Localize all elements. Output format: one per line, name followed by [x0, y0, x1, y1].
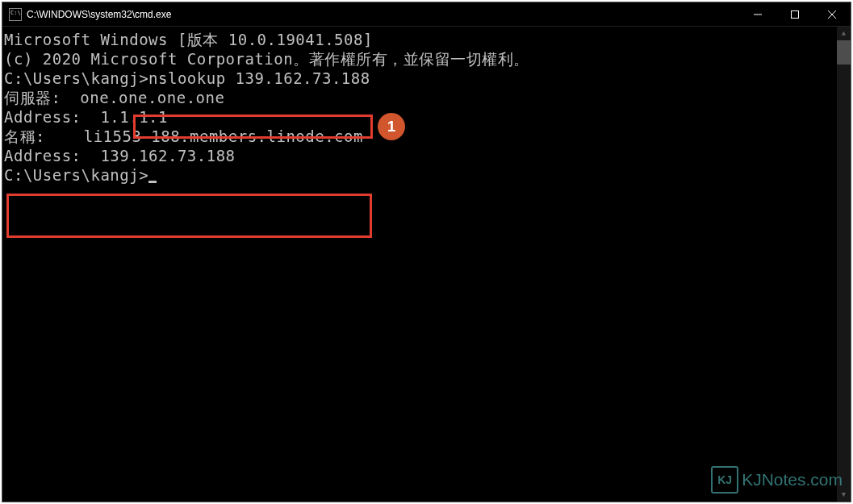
scrollbar-thumb[interactable]	[837, 40, 851, 65]
cmd-window: C:\WINDOWS\system32\cmd.exe Microsoft Wi…	[2, 2, 851, 502]
output-line: 伺服器: one.one.one.one	[4, 88, 835, 107]
output-line: (c) 2020 Microsoft Corporation。著作權所有，並保留…	[4, 49, 835, 69]
window-controls	[739, 2, 851, 26]
minimize-button[interactable]	[739, 2, 776, 26]
window-title: C:\WINDOWS\system32\cmd.exe	[27, 9, 739, 20]
watermark-text: KJNotes.com	[742, 470, 843, 489]
output-line: 名稱: li1553-188.members.linode.com	[4, 127, 835, 146]
cursor	[148, 181, 157, 183]
maximize-icon	[791, 10, 799, 19]
prompt-text: C:\Users\kangj>	[4, 166, 148, 184]
maximize-button[interactable]	[776, 2, 813, 26]
annotation-callout-1: 1	[378, 113, 405, 140]
watermark-logo-icon: KJ	[711, 466, 738, 494]
output-line: Address: 1.1.1.1	[4, 107, 835, 127]
close-button[interactable]	[813, 2, 851, 26]
output-line: Microsoft Windows [版本 10.0.19041.508]	[4, 30, 835, 49]
terminal-output[interactable]: Microsoft Windows [版本 10.0.19041.508](c)…	[2, 27, 837, 502]
scrollbar-vertical[interactable]: ▲ ▼	[837, 27, 851, 502]
minimize-icon	[754, 10, 762, 19]
scroll-up-icon[interactable]: ▲	[837, 27, 851, 40]
output-line: Address: 139.162.73.188	[4, 146, 835, 165]
terminal-container: Microsoft Windows [版本 10.0.19041.508](c)…	[2, 27, 851, 502]
watermark: KJ KJNotes.com	[711, 466, 843, 494]
prompt-line: C:\Users\kangj>	[4, 165, 835, 185]
cmd-icon	[9, 8, 22, 21]
close-icon	[828, 10, 836, 19]
titlebar[interactable]: C:\WINDOWS\system32\cmd.exe	[2, 2, 851, 27]
svg-rect-1	[792, 10, 799, 18]
output-line: C:\Users\kangj>nslookup 139.162.73.188	[4, 69, 835, 88]
